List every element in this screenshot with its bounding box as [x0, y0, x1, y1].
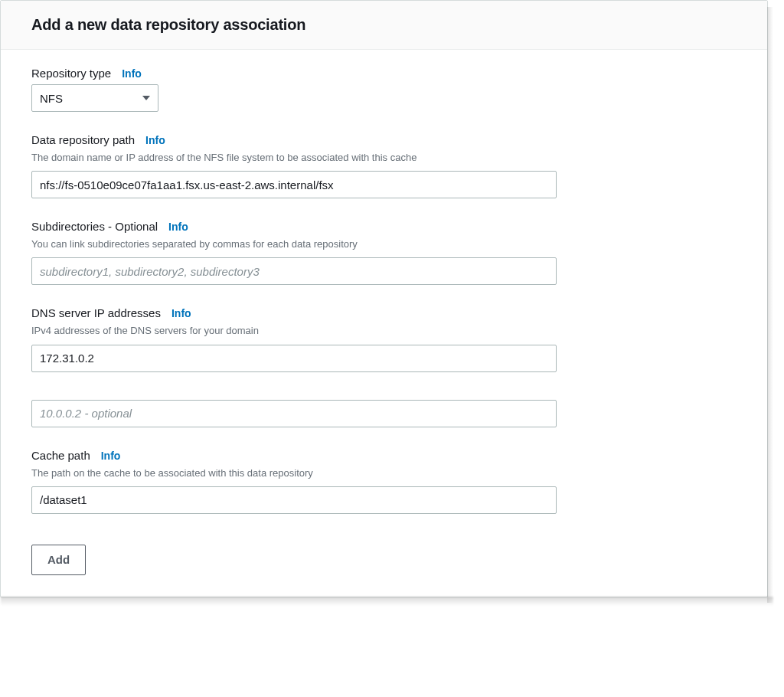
dns-group: DNS server IP addresses Info IPv4 addres…: [31, 306, 737, 427]
repository-type-select[interactable]: NFS: [31, 84, 158, 112]
subdirectories-group: Subdirectories - Optional Info You can l…: [31, 220, 737, 285]
info-link[interactable]: Info: [168, 221, 188, 233]
dns-input-stack: [31, 345, 737, 427]
panel-header: Add a new data repository association: [1, 1, 767, 50]
repository-type-select-wrap: NFS: [31, 84, 158, 112]
repository-path-label: Data repository path: [31, 133, 135, 146]
label-row: Cache path Info: [31, 449, 737, 462]
repository-path-help: The domain name or IP address of the NFS…: [31, 151, 737, 165]
add-button[interactable]: Add: [31, 545, 86, 575]
dns-input-2[interactable]: [31, 400, 557, 427]
info-link[interactable]: Info: [101, 450, 121, 462]
cache-path-input[interactable]: [31, 486, 557, 514]
cache-path-label: Cache path: [31, 449, 90, 462]
label-row: Subdirectories - Optional Info: [31, 220, 737, 233]
info-link[interactable]: Info: [122, 67, 142, 80]
form-panel: Add a new data repository association Re…: [0, 0, 768, 597]
subdirectories-help: You can link subdirectories separated by…: [31, 237, 737, 251]
info-link[interactable]: Info: [145, 134, 165, 146]
panel-title: Add a new data repository association: [31, 16, 737, 34]
repository-type-label: Repository type: [31, 67, 111, 80]
decorative-shadow: [1, 597, 773, 606]
label-row: Data repository path Info: [31, 133, 737, 146]
label-row: Repository type Info: [31, 67, 737, 80]
dns-input-1[interactable]: [31, 345, 557, 372]
repository-path-group: Data repository path Info The domain nam…: [31, 133, 737, 198]
cache-path-group: Cache path Info The path on the cache to…: [31, 449, 737, 514]
subdirectories-label: Subdirectories - Optional: [31, 220, 158, 233]
repository-path-input[interactable]: [31, 171, 557, 198]
dns-label: DNS server IP addresses: [31, 306, 161, 319]
subdirectories-input[interactable]: [31, 257, 557, 285]
panel-body: Repository type Info NFS Data repository…: [1, 50, 767, 597]
dns-help: IPv4 addresses of the DNS servers for yo…: [31, 324, 737, 338]
info-link[interactable]: Info: [172, 307, 191, 319]
repository-type-group: Repository type Info NFS: [31, 67, 737, 112]
cache-path-help: The path on the cache to be associated w…: [31, 466, 737, 480]
label-row: DNS server IP addresses Info: [31, 306, 737, 319]
